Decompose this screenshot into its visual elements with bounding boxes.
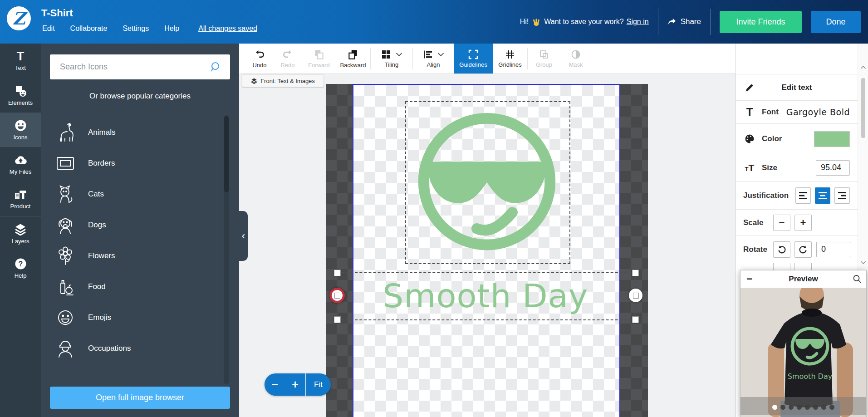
sidebar-item-elements[interactable]: Elements xyxy=(0,78,41,113)
justify-left-button[interactable] xyxy=(795,187,811,204)
share-button[interactable]: Share xyxy=(667,17,701,26)
chevron-down-icon[interactable] xyxy=(437,52,444,57)
zoom-fit-button[interactable]: Fit xyxy=(306,380,331,389)
panel-scrollbar[interactable] xyxy=(224,115,229,384)
handle-grip[interactable] xyxy=(633,293,639,299)
text-selection-box[interactable] xyxy=(337,272,636,320)
rail-label: My Files xyxy=(10,168,31,175)
smiley-icon xyxy=(15,119,27,132)
category-food[interactable]: Food xyxy=(41,271,239,302)
preview-photo[interactable]: Smooth Day xyxy=(740,288,866,417)
page-dot[interactable] xyxy=(829,405,834,410)
food-icon xyxy=(54,276,76,297)
resize-handle-bottom-right[interactable] xyxy=(632,316,639,323)
rotate-cw-button[interactable] xyxy=(794,241,812,258)
emoji-smiley-icon xyxy=(54,307,76,328)
sign-in-link[interactable]: Sign in xyxy=(627,18,649,26)
category-borders[interactable]: Borders xyxy=(41,148,239,179)
chevron-down-icon[interactable] xyxy=(396,52,402,57)
zoom-in-button[interactable]: + xyxy=(285,378,305,391)
rotate-ccw-button[interactable] xyxy=(773,241,790,258)
category-animals[interactable]: Animals xyxy=(41,117,239,148)
stretch-handle-left[interactable] xyxy=(329,288,345,303)
page-dot[interactable] xyxy=(789,405,794,410)
handle-grip[interactable] xyxy=(334,293,340,299)
category-flowers[interactable]: Flowers xyxy=(41,240,239,271)
guidelines-button[interactable]: Guidelines xyxy=(454,44,493,74)
autosave-status[interactable]: All changes saved xyxy=(198,25,257,33)
panel-collapse-handle[interactable]: ‹ xyxy=(239,211,248,261)
group-button[interactable]: Group xyxy=(528,44,560,74)
rotate-input[interactable] xyxy=(816,242,851,257)
gridlines-label: Gridlines xyxy=(498,61,521,68)
done-button[interactable]: Done xyxy=(811,11,861,33)
forward-button[interactable]: Forward xyxy=(302,44,336,74)
palette-icon xyxy=(743,133,756,144)
sidebar-item-text[interactable]: T Text xyxy=(0,44,41,78)
page-dot[interactable] xyxy=(805,405,810,410)
font-value[interactable]: Gargoyle Bold xyxy=(786,107,850,117)
active-side-tag[interactable]: Front: Text & Images xyxy=(242,74,324,87)
clipped-button[interactable] xyxy=(794,263,812,270)
resize-handle-top-left[interactable] xyxy=(334,270,341,276)
search-icon[interactable] xyxy=(210,61,222,73)
clipped-button[interactable] xyxy=(773,263,790,270)
menu-collaborate[interactable]: Collaborate xyxy=(70,25,108,33)
sidebar-item-icons[interactable]: Icons xyxy=(0,113,41,147)
search-input[interactable] xyxy=(50,62,210,72)
invite-friends-button[interactable]: Invite Friends xyxy=(720,11,802,33)
scrollbar-thumb[interactable] xyxy=(861,78,865,138)
tiling-button[interactable]: Tiling xyxy=(371,44,412,74)
search-box xyxy=(50,54,230,79)
sidebar-item-layers[interactable]: Layers xyxy=(0,216,41,251)
scroll-up-icon[interactable] xyxy=(860,65,866,69)
open-image-browser-button[interactable]: Open full image browser xyxy=(50,387,230,409)
page-dot[interactable] xyxy=(797,405,802,410)
category-emojis[interactable]: Emojis xyxy=(41,302,239,333)
panel-scrollbar-thumb[interactable] xyxy=(224,116,229,192)
scale-down-button[interactable]: − xyxy=(773,215,790,231)
color-swatch[interactable] xyxy=(814,131,850,147)
border-frame-icon xyxy=(54,153,76,174)
redo-button[interactable]: Redo xyxy=(274,44,302,74)
category-cats[interactable]: Cats xyxy=(41,179,239,210)
mask-button[interactable]: Mask xyxy=(560,44,591,74)
resize-handle-bottom-left[interactable] xyxy=(334,316,341,323)
smiley-graphic[interactable] xyxy=(410,108,564,256)
backward-button[interactable]: Backward xyxy=(336,44,370,74)
align-button[interactable]: Align xyxy=(413,44,454,74)
menu-help[interactable]: Help xyxy=(164,25,179,33)
gridlines-button[interactable]: Gridlines xyxy=(493,44,527,74)
layers-icon xyxy=(14,223,27,235)
zoom-controls: − + Fit xyxy=(265,373,331,396)
justify-center-button[interactable] xyxy=(815,187,830,204)
preview-zoom-icon[interactable] xyxy=(848,275,866,284)
resize-handle-top-right[interactable] xyxy=(632,270,639,276)
menu-edit[interactable]: Edit xyxy=(42,25,55,33)
category-dogs[interactable]: Dogs xyxy=(41,210,239,240)
page-dot[interactable] xyxy=(821,405,826,410)
done-label: Done xyxy=(826,17,845,27)
page-dot[interactable] xyxy=(813,405,818,410)
sidebar-item-my-files[interactable]: My Files xyxy=(0,147,41,182)
stretch-handle-right[interactable] xyxy=(629,289,642,302)
bring-forward-icon xyxy=(313,49,325,60)
menu-settings[interactable]: Settings xyxy=(123,25,149,33)
undo-button[interactable]: Undo xyxy=(245,44,274,74)
page-dot[interactable] xyxy=(772,405,777,410)
zoom-out-button[interactable]: − xyxy=(265,378,285,391)
sidebar-item-product[interactable]: Product xyxy=(0,182,41,216)
preview-minimize-button[interactable]: − xyxy=(740,273,759,285)
justify-right-button[interactable] xyxy=(834,187,850,204)
font-row[interactable]: T Font Gargoyle Bold xyxy=(736,101,858,124)
zazzle-logo-icon[interactable]: Z xyxy=(7,6,31,30)
sidebar-item-help[interactable]: ? Help xyxy=(0,251,41,285)
page-title: T-Shirt xyxy=(41,7,73,19)
redo-label: Redo xyxy=(280,62,294,69)
size-input[interactable] xyxy=(816,160,850,176)
scale-up-button[interactable]: + xyxy=(794,215,812,231)
edit-text-row[interactable]: Edit text xyxy=(736,74,858,101)
scroll-down-icon[interactable] xyxy=(860,260,866,265)
page-dot[interactable] xyxy=(780,405,785,410)
category-occupations[interactable]: Occupations xyxy=(41,333,239,364)
